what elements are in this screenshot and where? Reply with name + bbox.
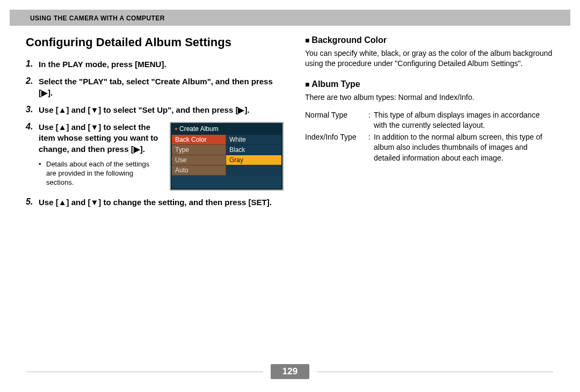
step-5-text: Use [▲] and [▼] to change the setting, a…	[39, 197, 284, 208]
step-number: 2.	[26, 76, 34, 98]
definition-term: Index/Info Type	[305, 132, 368, 164]
camera-menu-screenshot: Create Album Back Color Type Use Auto	[170, 122, 284, 191]
step-4-note: Details about each of the settings are p…	[39, 160, 161, 187]
step-2-text: Select the "PLAY" tab, select "Create Al…	[39, 76, 284, 98]
definition-desc: This type of album displays images in ac…	[374, 110, 554, 131]
menu-footer-area	[172, 176, 281, 188]
step-number: 4.	[26, 122, 34, 191]
step-4-text: Use [▲] and [▼] to select the item whose…	[39, 122, 161, 155]
footer-rule-left	[27, 372, 263, 372]
step-5: 5. Use [▲] and [▼] to change the setting…	[26, 197, 284, 208]
definition-index-info: Index/Info Type : In addition to the nor…	[305, 132, 554, 164]
page-footer: 129	[27, 364, 553, 379]
menu-item: Use	[172, 155, 226, 165]
footer-rule-right	[317, 372, 553, 372]
section-header-text: USING THE CAMERA WITH A COMPUTER	[30, 14, 165, 22]
menu-tab-marker-icon	[175, 128, 177, 130]
definition-normal: Normal Type : This type of album display…	[305, 110, 554, 131]
menu-body: Back Color Type Use Auto White Black Gra…	[172, 135, 281, 176]
left-column: Configuring Detailed Album Settings 1. I…	[26, 35, 284, 214]
menu-item: Auto	[172, 165, 226, 176]
menu-tab-label: Create Album	[179, 125, 219, 133]
definition-colon: :	[368, 132, 374, 164]
two-column-layout: Configuring Detailed Album Settings 1. I…	[10, 35, 570, 214]
step-1: 1. In the PLAY mode, press [MENU].	[26, 59, 284, 70]
page-number: 129	[271, 364, 309, 379]
step-1-text: In the PLAY mode, press [MENU].	[39, 59, 284, 70]
manual-page: USING THE CAMERA WITH A COMPUTER Configu…	[0, 0, 580, 392]
section-header-bar: USING THE CAMERA WITH A COMPUTER	[10, 10, 570, 26]
album-type-definitions: Normal Type : This type of album display…	[305, 110, 554, 164]
menu-option: Black	[226, 145, 281, 155]
definition-colon: :	[368, 110, 374, 131]
background-color-paragraph: You can specify white, black, or gray as…	[305, 48, 554, 69]
album-type-intro: There are two album types: Normal and In…	[305, 92, 554, 103]
menu-tab: Create Album	[172, 124, 281, 135]
right-column: Background Color You can specify white, …	[305, 35, 554, 214]
step-number: 3.	[26, 105, 34, 115]
menu-option: Gray	[226, 155, 281, 165]
menu-item: Type	[172, 145, 226, 155]
step-number: 1.	[26, 59, 34, 70]
step-3: 3. Use [▲] and [▼] to select "Set Up", a…	[26, 105, 284, 115]
step-number: 5.	[26, 197, 34, 208]
album-type-heading: Album Type	[305, 79, 554, 89]
background-color-heading: Background Color	[305, 35, 554, 45]
definition-term: Normal Type	[305, 110, 368, 131]
step-3-text: Use [▲] and [▼] to select "Set Up", and …	[39, 105, 284, 115]
menu-option: White	[226, 135, 281, 145]
page-title: Configuring Detailed Album Settings	[26, 35, 284, 49]
step-2: 2. Select the "PLAY" tab, select "Create…	[26, 76, 284, 98]
menu-item-list: Back Color Type Use Auto	[172, 135, 226, 176]
menu-item: Back Color	[172, 135, 226, 145]
menu-option-list: White Black Gray	[226, 135, 281, 176]
step-4: 4. Use [▲] and [▼] to select the item wh…	[26, 122, 284, 191]
definition-desc: In addition to the normal album screen, …	[374, 132, 554, 164]
